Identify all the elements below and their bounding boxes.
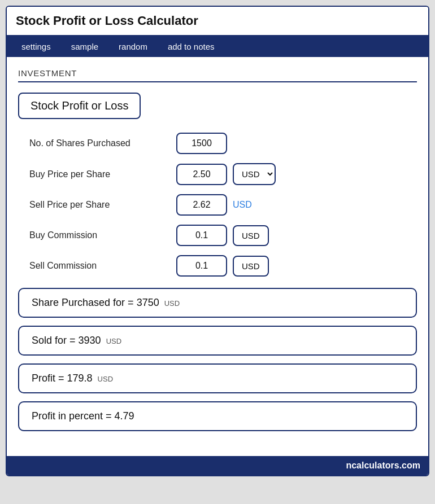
shares-input[interactable] (176, 133, 227, 154)
buy-commission-input[interactable] (176, 225, 227, 246)
buy-price-label: Buy Price per Share (29, 169, 176, 179)
buy-price-row: Buy Price per Share USD EUR GBP (18, 163, 417, 185)
sold-for-equals: = (69, 335, 79, 346)
shares-label: No. of Shares Purchased (29, 138, 176, 148)
purchased-for-value: 3750 (137, 297, 159, 308)
sell-price-row: Sell Price per Share USD (18, 194, 417, 216)
section-label: INVESTMENT (18, 68, 417, 82)
sold-for-label: Sold for (32, 335, 67, 346)
sold-for-value: 3930 (79, 335, 101, 346)
purchased-for-label: Share Purchased for (32, 297, 125, 308)
calculator-container: Stock Profit or Loss Calculator settings… (6, 6, 429, 476)
profit-value: 179.8 (67, 372, 93, 384)
brand-footer: ncalculators.com (7, 456, 428, 475)
title-bar: Stock Profit or Loss Calculator (7, 7, 428, 36)
profit-percent-value: 4.79 (115, 410, 134, 422)
sell-currency-label: USD (233, 200, 252, 210)
profit-currency: USD (98, 375, 113, 383)
buy-commission-row: Buy Commission USD (18, 225, 417, 246)
sell-commission-currency: USD (233, 256, 269, 277)
main-content: INVESTMENT Stock Profit or Loss No. of S… (7, 57, 428, 450)
profit-result: Profit = 179.8 USD (18, 363, 417, 393)
sell-commission-label: Sell Commission (29, 261, 176, 271)
sell-commission-row: Sell Commission USD (18, 255, 417, 277)
profit-equals: = (58, 372, 67, 384)
results-section: Share Purchased for = 3750 USD Sold for … (18, 288, 417, 431)
calc-type-box: Stock Profit or Loss (18, 93, 141, 119)
sold-for-result: Sold for = 3930 USD (18, 326, 417, 356)
sell-price-input[interactable] (176, 194, 227, 216)
sold-for-currency: USD (106, 337, 121, 345)
nav-bar: settings sample random add to notes (7, 36, 428, 57)
profit-percent-label: Profit in percent (32, 410, 103, 422)
nav-sample[interactable]: sample (61, 36, 108, 57)
nav-settings[interactable]: settings (11, 36, 61, 57)
sell-price-label: Sell Price per Share (29, 200, 176, 210)
page-title: Stock Profit or Loss Calculator (16, 14, 198, 28)
profit-percent-result: Profit in percent = 4.79 (18, 401, 417, 431)
profit-label: Profit (32, 372, 55, 384)
shares-row: No. of Shares Purchased (18, 133, 417, 154)
nav-add-to-notes[interactable]: add to notes (158, 36, 225, 57)
buy-commission-label: Buy Commission (29, 230, 176, 240)
purchased-for-currency: USD (164, 299, 180, 308)
profit-percent-equals: = (106, 410, 115, 422)
sell-commission-input[interactable] (176, 255, 227, 277)
buy-price-input[interactable] (176, 164, 227, 185)
purchased-for-equals: = (128, 297, 137, 308)
nav-random[interactable]: random (108, 36, 158, 57)
purchased-for-result: Share Purchased for = 3750 USD (18, 288, 417, 318)
buy-commission-currency: USD (233, 225, 269, 246)
buy-currency-select[interactable]: USD EUR GBP (233, 163, 276, 185)
